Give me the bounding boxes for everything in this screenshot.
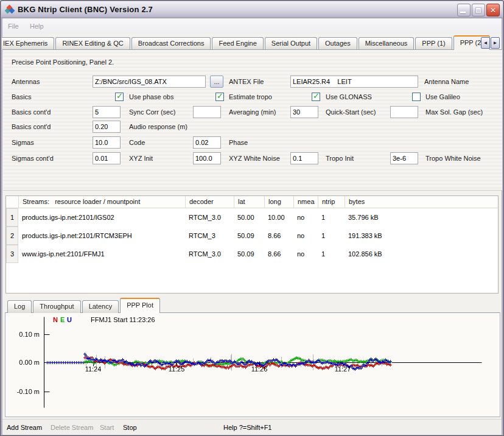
window-title: BKG Ntrip Client (BNC) Version 2.7 (18, 5, 153, 14)
close-button[interactable]: ✕ (486, 4, 500, 16)
tropo-white-noise-input[interactable] (390, 152, 418, 164)
x-tick-label: 11:26 (247, 365, 271, 373)
tab-outages[interactable]: Outages (318, 37, 357, 50)
tropo-init-label: Tropo Init (326, 155, 354, 162)
tab-scroll-left-icon[interactable]: ◄ (481, 37, 490, 49)
antennas-row-label: Antennas (12, 78, 40, 85)
basics-row-label: Basics (12, 93, 31, 100)
tab-scroll-right-icon[interactable]: ► (491, 37, 500, 49)
panel-heading: Precise Point Positioning, Panel 2. (12, 58, 114, 66)
start-button: Start (100, 424, 114, 431)
menu-help[interactable]: Help (30, 23, 44, 30)
header-rownum (6, 196, 18, 208)
cell-decoder: RTCM_3.0 (185, 214, 234, 221)
quick-start-input[interactable] (290, 106, 318, 118)
tab-rinex-editing-qc[interactable]: RINEX Editing & QC (55, 37, 130, 50)
table-row[interactable]: 2 products.igs-ip.net:2101/RTCM3EPH RTCM… (6, 227, 498, 245)
cell-ntrip: 1 (318, 250, 345, 258)
xyz-white-noise-input[interactable] (193, 152, 221, 164)
sigmas-contd-row-label: Sigmas cont'd (12, 155, 54, 162)
legend-e: E (60, 316, 65, 323)
header-mountpoint: Streams: resource loader / mountpoint (18, 196, 185, 208)
cell-mountpoint: products.igs-ip.net:2101/RTCM3EPH (18, 232, 185, 239)
tab-throughput[interactable]: Throughput (33, 300, 80, 313)
use-galileo-checkbox[interactable] (412, 93, 421, 101)
row-number[interactable]: 2 (6, 227, 18, 245)
sigma-phase-input[interactable] (193, 136, 221, 149)
estimate-tropo-checkbox[interactable] (215, 93, 224, 101)
xyz-init-input[interactable] (93, 152, 121, 164)
cell-lat: 50.09 (234, 250, 264, 258)
stop-button[interactable]: Stop (123, 424, 137, 431)
app-icon (5, 5, 15, 15)
header-decoder: decoder (185, 196, 234, 208)
antenna-name-input[interactable] (290, 76, 418, 88)
antex-file-label: ANTEX File (229, 78, 264, 85)
tropo-white-noise-label: Tropo White Noise (425, 155, 481, 162)
tab-ppp-1[interactable]: PPP (1) (415, 37, 452, 50)
max-sol-gap-label: Max Sol. Gap (sec) (425, 108, 483, 116)
sync-corr-input[interactable] (93, 106, 121, 118)
row-number[interactable]: 3 (6, 245, 18, 263)
antex-file-input[interactable] (93, 76, 206, 88)
cell-ntrip: 1 (318, 232, 345, 239)
max-sol-gap-input[interactable] (390, 106, 418, 118)
cell-decoder: RTCM_3.0 (185, 250, 234, 258)
header-nmea: nmea (293, 196, 318, 208)
basics-contd2-row-label: Basics cont'd (12, 123, 51, 130)
cell-bytes: 35.796 kB (345, 214, 498, 221)
basics-contd1-row-label: Basics cont'd (12, 108, 51, 116)
cell-mountpoint: www.igs-ip.net:2101/FFMJ1 (18, 250, 185, 258)
ppp-plot-pane: N E U FFMJ1 Start 11:23:26 0.10 m 0.00 m… (5, 312, 500, 417)
table-row[interactable]: 3 www.igs-ip.net:2101/FFMJ1 RTCM_3.0 50.… (6, 245, 498, 263)
bottom-tab-strip: Log Throughput Latency PPP Plot (7, 297, 161, 313)
sigma-phase-label: Phase (229, 139, 248, 146)
xyz-init-label: XYZ Init (129, 155, 153, 162)
close-icon: ✕ (490, 7, 496, 14)
tab-serial-output[interactable]: Serial Output (265, 37, 317, 50)
averaging-input[interactable] (193, 106, 221, 118)
header-lat: lat (234, 196, 264, 208)
antex-browse-button[interactable]: ... (210, 76, 223, 88)
action-bar: Add Stream Delete Stream Start Stop Help… (2, 419, 502, 435)
tab-feed-engine[interactable]: Feed Engine (212, 37, 263, 50)
antenna-name-label: Antenna Name (424, 78, 469, 85)
y-tick-label: 0.10 m (9, 331, 40, 338)
averaging-label: Averaging (min) (229, 108, 276, 116)
tab-rinex-ephemeris[interactable]: IEX Ephemeris (2, 37, 54, 50)
cell-ntrip: 1 (318, 214, 345, 221)
audio-response-input[interactable] (93, 121, 121, 133)
cell-bytes: 191.383 kB (345, 232, 498, 239)
sync-corr-label: Sync Corr (sec) (129, 108, 175, 116)
sigma-code-input[interactable] (93, 136, 121, 149)
use-phase-obs-label: Use phase obs (129, 93, 173, 100)
minimize-icon (460, 12, 466, 13)
title-bar[interactable]: BKG Ntrip Client (BNC) Version 2.7 ✕ (1, 1, 503, 18)
delete-stream-button: Delete Stream (51, 424, 93, 431)
minimize-button[interactable] (457, 4, 471, 16)
row-number[interactable]: 1 (6, 208, 18, 227)
cell-long: 8.66 (264, 232, 293, 239)
bnc-window: BKG Ntrip Client (BNC) Version 2.7 ✕ Fil… (0, 0, 504, 436)
quick-start-label: Quick-Start (sec) (326, 108, 376, 116)
header-bytes: bytes (345, 196, 498, 208)
tab-miscellaneous[interactable]: Miscellaneous (359, 37, 415, 50)
cell-lat: 50.00 (234, 214, 264, 221)
menu-file[interactable]: File (8, 23, 19, 30)
use-phase-obs-checkbox[interactable] (115, 93, 124, 101)
use-glonass-checkbox[interactable] (312, 93, 320, 101)
add-stream-button[interactable]: Add Stream (7, 424, 42, 431)
help-shortcut-label: Help ?=Shift+F1 (223, 424, 272, 431)
tab-latency[interactable]: Latency (82, 300, 119, 313)
maximize-button[interactable] (472, 4, 485, 16)
table-row[interactable]: 1 products.igs-ip.net:2101/IGS02 RTCM_3.… (6, 208, 498, 227)
maximize-icon (476, 8, 481, 13)
tab-ppp-plot[interactable]: PPP Plot (120, 298, 160, 313)
cell-mountpoint: products.igs-ip.net:2101/IGS02 (18, 214, 185, 221)
estimate-tropo-label: Estimate tropo (229, 93, 272, 100)
x-tick-label: 11:25 (164, 365, 189, 373)
sigmas-row-label: Sigmas (12, 139, 34, 146)
tab-log[interactable]: Log (7, 300, 32, 313)
tropo-init-input[interactable] (290, 152, 318, 164)
tab-broadcast-corrections[interactable]: Broadcast Corrections (131, 37, 211, 50)
